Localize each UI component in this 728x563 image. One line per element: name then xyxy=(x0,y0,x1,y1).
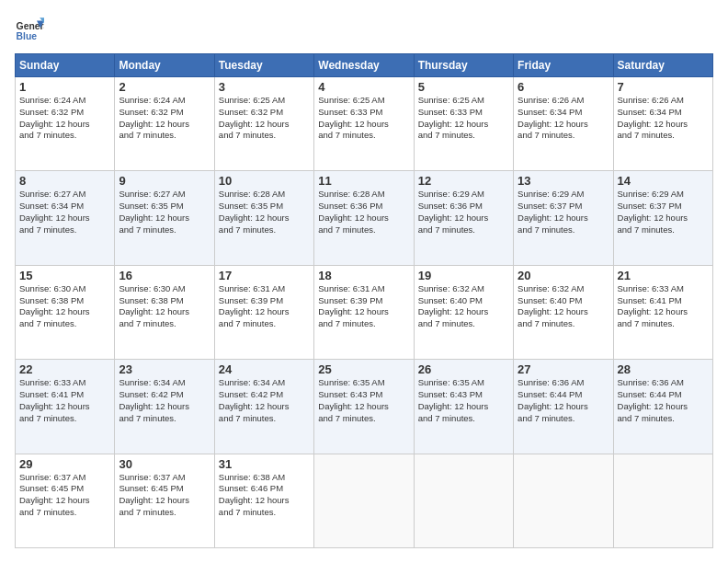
day-number: 23 xyxy=(119,362,210,376)
logo-icon: General Blue xyxy=(15,15,44,44)
day-number: 8 xyxy=(19,174,110,188)
calendar-header-saturday: Saturday xyxy=(613,54,712,77)
calendar-cell xyxy=(414,454,513,547)
day-info: Sunrise: 6:34 AMSunset: 6:42 PMDaylight:… xyxy=(219,377,290,422)
calendar-cell: 21 Sunrise: 6:33 AMSunset: 6:41 PMDaylig… xyxy=(613,265,712,359)
day-number: 6 xyxy=(518,80,609,94)
calendar-header-thursday: Thursday xyxy=(414,54,513,77)
day-number: 17 xyxy=(219,269,310,282)
calendar-cell xyxy=(613,454,712,547)
day-info: Sunrise: 6:27 AMSunset: 6:35 PMDaylight:… xyxy=(119,189,189,234)
day-info: Sunrise: 6:32 AMSunset: 6:40 PMDaylight:… xyxy=(418,283,489,328)
calendar-cell: 3 Sunrise: 6:25 AMSunset: 6:32 PMDayligh… xyxy=(214,77,313,171)
day-info: Sunrise: 6:38 AMSunset: 6:46 PMDaylight:… xyxy=(219,472,290,517)
day-number: 9 xyxy=(119,174,210,188)
calendar-cell: 6 Sunrise: 6:26 AMSunset: 6:34 PMDayligh… xyxy=(514,77,613,171)
calendar-cell: 30 Sunrise: 6:37 AMSunset: 6:45 PMDaylig… xyxy=(115,454,214,547)
day-info: Sunrise: 6:33 AMSunset: 6:41 PMDaylight:… xyxy=(618,283,688,328)
day-number: 16 xyxy=(119,269,210,282)
calendar-cell: 20 Sunrise: 6:32 AMSunset: 6:40 PMDaylig… xyxy=(514,265,613,359)
day-info: Sunrise: 6:35 AMSunset: 6:43 PMDaylight:… xyxy=(418,377,489,422)
day-number: 24 xyxy=(219,362,310,376)
calendar-cell: 24 Sunrise: 6:34 AMSunset: 6:42 PMDaylig… xyxy=(214,360,313,454)
day-number: 29 xyxy=(19,457,110,471)
calendar-cell: 15 Sunrise: 6:30 AMSunset: 6:38 PMDaylig… xyxy=(16,265,115,359)
day-info: Sunrise: 6:29 AMSunset: 6:37 PMDaylight:… xyxy=(518,189,588,234)
day-info: Sunrise: 6:35 AMSunset: 6:43 PMDaylight:… xyxy=(318,377,389,422)
day-number: 22 xyxy=(19,362,110,376)
page: General Blue SundayMondayTuesdayWednesda… xyxy=(0,0,728,563)
day-number: 10 xyxy=(219,174,310,188)
day-number: 7 xyxy=(618,80,709,94)
day-info: Sunrise: 6:25 AMSunset: 6:32 PMDaylight:… xyxy=(219,95,290,140)
header: General Blue xyxy=(15,15,713,44)
day-number: 25 xyxy=(318,362,409,376)
calendar-cell: 27 Sunrise: 6:36 AMSunset: 6:44 PMDaylig… xyxy=(514,360,613,454)
calendar-header-sunday: Sunday xyxy=(16,54,115,77)
day-info: Sunrise: 6:29 AMSunset: 6:36 PMDaylight:… xyxy=(418,189,489,234)
calendar-cell: 16 Sunrise: 6:30 AMSunset: 6:38 PMDaylig… xyxy=(115,265,214,359)
day-number: 20 xyxy=(518,269,609,282)
calendar-cell: 11 Sunrise: 6:28 AMSunset: 6:36 PMDaylig… xyxy=(314,171,414,265)
day-number: 26 xyxy=(418,362,509,376)
calendar-cell: 10 Sunrise: 6:28 AMSunset: 6:35 PMDaylig… xyxy=(214,171,313,265)
day-info: Sunrise: 6:36 AMSunset: 6:44 PMDaylight:… xyxy=(518,377,588,422)
day-number: 11 xyxy=(318,174,409,188)
calendar-week-3: 15 Sunrise: 6:30 AMSunset: 6:38 PMDaylig… xyxy=(16,265,713,359)
calendar-cell: 5 Sunrise: 6:25 AMSunset: 6:33 PMDayligh… xyxy=(414,77,513,171)
day-info: Sunrise: 6:36 AMSunset: 6:44 PMDaylight:… xyxy=(618,377,688,422)
calendar-cell: 9 Sunrise: 6:27 AMSunset: 6:35 PMDayligh… xyxy=(115,171,214,265)
day-info: Sunrise: 6:26 AMSunset: 6:34 PMDaylight:… xyxy=(518,95,588,140)
calendar-cell: 14 Sunrise: 6:29 AMSunset: 6:37 PMDaylig… xyxy=(613,171,712,265)
calendar-cell: 8 Sunrise: 6:27 AMSunset: 6:34 PMDayligh… xyxy=(16,171,115,265)
day-info: Sunrise: 6:37 AMSunset: 6:45 PMDaylight:… xyxy=(119,472,189,517)
calendar-cell: 2 Sunrise: 6:24 AMSunset: 6:32 PMDayligh… xyxy=(115,77,214,171)
day-number: 19 xyxy=(418,269,509,282)
day-number: 15 xyxy=(19,269,110,282)
calendar-header-friday: Friday xyxy=(514,54,613,77)
day-info: Sunrise: 6:28 AMSunset: 6:36 PMDaylight:… xyxy=(318,189,389,234)
day-info: Sunrise: 6:24 AMSunset: 6:32 PMDaylight:… xyxy=(119,95,189,140)
calendar-cell: 22 Sunrise: 6:33 AMSunset: 6:41 PMDaylig… xyxy=(16,360,115,454)
calendar-cell xyxy=(514,454,613,547)
day-info: Sunrise: 6:30 AMSunset: 6:38 PMDaylight:… xyxy=(119,283,189,328)
day-info: Sunrise: 6:27 AMSunset: 6:34 PMDaylight:… xyxy=(19,189,90,234)
day-number: 12 xyxy=(418,174,509,188)
calendar-cell: 26 Sunrise: 6:35 AMSunset: 6:43 PMDaylig… xyxy=(414,360,513,454)
calendar-cell: 17 Sunrise: 6:31 AMSunset: 6:39 PMDaylig… xyxy=(214,265,313,359)
calendar-week-2: 8 Sunrise: 6:27 AMSunset: 6:34 PMDayligh… xyxy=(16,171,713,265)
logo: General Blue xyxy=(15,15,48,44)
day-number: 3 xyxy=(219,80,310,94)
day-info: Sunrise: 6:25 AMSunset: 6:33 PMDaylight:… xyxy=(318,95,389,140)
day-info: Sunrise: 6:29 AMSunset: 6:37 PMDaylight:… xyxy=(618,189,688,234)
calendar-header-monday: Monday xyxy=(115,54,214,77)
day-info: Sunrise: 6:26 AMSunset: 6:34 PMDaylight:… xyxy=(618,95,688,140)
calendar-cell: 4 Sunrise: 6:25 AMSunset: 6:33 PMDayligh… xyxy=(314,77,414,171)
day-number: 13 xyxy=(518,174,609,188)
svg-text:Blue: Blue xyxy=(17,31,38,41)
calendar-cell xyxy=(314,454,414,547)
calendar-cell: 29 Sunrise: 6:37 AMSunset: 6:45 PMDaylig… xyxy=(16,454,115,547)
day-number: 1 xyxy=(19,80,110,94)
day-info: Sunrise: 6:28 AMSunset: 6:35 PMDaylight:… xyxy=(219,189,290,234)
day-number: 2 xyxy=(119,80,210,94)
day-info: Sunrise: 6:33 AMSunset: 6:41 PMDaylight:… xyxy=(19,377,90,422)
day-number: 28 xyxy=(618,362,709,376)
calendar-cell: 12 Sunrise: 6:29 AMSunset: 6:36 PMDaylig… xyxy=(414,171,513,265)
calendar-week-4: 22 Sunrise: 6:33 AMSunset: 6:41 PMDaylig… xyxy=(16,360,713,454)
calendar-header-wednesday: Wednesday xyxy=(314,54,414,77)
day-number: 4 xyxy=(318,80,409,94)
day-info: Sunrise: 6:31 AMSunset: 6:39 PMDaylight:… xyxy=(318,283,389,328)
day-number: 30 xyxy=(119,457,210,471)
calendar-cell: 23 Sunrise: 6:34 AMSunset: 6:42 PMDaylig… xyxy=(115,360,214,454)
day-info: Sunrise: 6:32 AMSunset: 6:40 PMDaylight:… xyxy=(518,283,588,328)
day-number: 14 xyxy=(618,174,709,188)
day-info: Sunrise: 6:30 AMSunset: 6:38 PMDaylight:… xyxy=(19,283,90,328)
day-info: Sunrise: 6:31 AMSunset: 6:39 PMDaylight:… xyxy=(219,283,290,328)
day-number: 31 xyxy=(219,457,310,471)
day-number: 5 xyxy=(418,80,509,94)
day-info: Sunrise: 6:25 AMSunset: 6:33 PMDaylight:… xyxy=(418,95,489,140)
calendar-header-tuesday: Tuesday xyxy=(214,54,313,77)
calendar-cell: 1 Sunrise: 6:24 AMSunset: 6:32 PMDayligh… xyxy=(16,77,115,171)
calendar-header-row: SundayMondayTuesdayWednesdayThursdayFrid… xyxy=(16,54,713,77)
